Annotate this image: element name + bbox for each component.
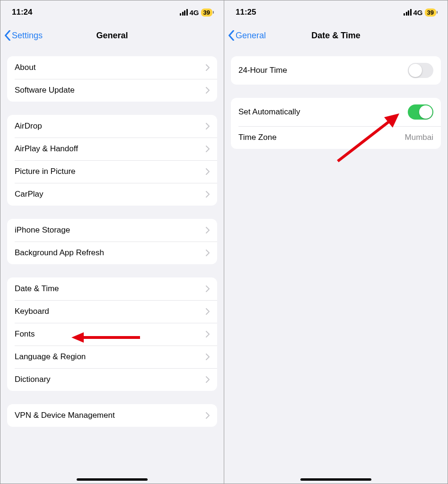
row-label: Dictionary	[15, 375, 51, 384]
row-label: AirPlay & Handoff	[15, 144, 78, 154]
row-about[interactable]: About	[7, 56, 217, 79]
status-right: 4G 39	[404, 9, 436, 17]
nav-header: Settings General	[0, 24, 224, 47]
row-label: Time Zone	[238, 133, 277, 142]
row-label: Background App Refresh	[15, 248, 104, 258]
signal-icon	[180, 9, 188, 16]
row-pip[interactable]: Picture in Picture	[7, 160, 217, 183]
home-indicator[interactable]	[77, 478, 148, 481]
status-time: 11:25	[236, 8, 256, 17]
row-fonts[interactable]: Fonts	[7, 323, 217, 346]
network-label: 4G	[413, 9, 423, 17]
chevron-right-icon	[206, 123, 210, 130]
chevron-right-icon	[206, 331, 210, 337]
row-label: 24-Hour Time	[238, 66, 287, 75]
battery-icon: 39	[425, 9, 436, 17]
status-bar: 11:24 4G 39	[0, 0, 224, 24]
toggle-24hour[interactable]	[408, 63, 433, 78]
row-label: iPhone Storage	[15, 225, 70, 235]
status-time: 11:24	[12, 8, 32, 17]
toggle-knob	[419, 105, 432, 119]
status-right: 4G 39	[180, 9, 212, 17]
status-bar: 11:25 4G 39	[224, 0, 448, 24]
chevron-left-icon	[4, 30, 11, 41]
row-storage[interactable]: iPhone Storage	[7, 219, 217, 242]
row-vpn[interactable]: VPN & Device Management	[7, 404, 217, 427]
toggle-set-auto[interactable]	[408, 104, 433, 120]
row-label: VPN & Device Management	[15, 411, 115, 420]
signal-icon	[404, 9, 412, 16]
chevron-right-icon	[206, 308, 210, 315]
chevron-right-icon	[206, 412, 210, 419]
datetime-content: 24-Hour Time Set Automatically Time Zone…	[224, 47, 448, 484]
chevron-left-icon	[228, 30, 235, 41]
row-label: Set Automatically	[238, 107, 300, 117]
back-label: Settings	[12, 31, 43, 41]
row-value: Mumbai	[405, 133, 433, 142]
row-airplay[interactable]: AirPlay & Handoff	[7, 138, 217, 160]
row-set-auto: Set Automatically	[231, 98, 441, 126]
chevron-right-icon	[206, 376, 210, 383]
row-keyboard[interactable]: Keyboard	[7, 300, 217, 323]
chevron-right-icon	[206, 191, 210, 198]
row-timezone[interactable]: Time Zone Mumbai	[231, 126, 441, 149]
row-label: About	[15, 63, 35, 72]
phone-right: 11:25 4G 39 General Date & Time 24-Hour …	[224, 0, 448, 484]
row-label: Picture in Picture	[15, 167, 76, 176]
group-4: VPN & Device Management	[7, 404, 217, 427]
row-lang-region[interactable]: Language & Region	[7, 346, 217, 368]
group-2: iPhone Storage Background App Refresh	[7, 219, 217, 264]
row-date-time[interactable]: Date & Time	[7, 277, 217, 300]
phone-left: 11:24 4G 39 Settings General About Softw…	[0, 0, 224, 484]
chevron-right-icon	[206, 168, 210, 175]
row-carplay[interactable]: CarPlay	[7, 183, 217, 206]
back-button[interactable]: Settings	[4, 30, 43, 41]
row-label: Keyboard	[15, 307, 49, 316]
chevron-right-icon	[206, 285, 210, 292]
back-label: General	[236, 31, 266, 41]
row-label: CarPlay	[15, 190, 43, 199]
row-24hour: 24-Hour Time	[231, 56, 441, 85]
row-label: Language & Region	[15, 352, 86, 362]
battery-icon: 39	[201, 9, 212, 17]
back-button[interactable]: General	[228, 30, 266, 41]
row-airdrop[interactable]: AirDrop	[7, 115, 217, 138]
home-indicator[interactable]	[300, 478, 371, 481]
group-1: AirDrop AirPlay & Handoff Picture in Pic…	[7, 115, 217, 206]
chevron-right-icon	[206, 250, 210, 256]
row-label: AirDrop	[15, 121, 42, 131]
chevron-right-icon	[206, 64, 210, 71]
row-label: Software Update	[15, 86, 75, 95]
row-label: Date & Time	[15, 284, 59, 294]
group-24h: 24-Hour Time	[231, 56, 441, 85]
row-label: Fonts	[15, 329, 35, 339]
toggle-knob	[409, 64, 422, 77]
group-auto: Set Automatically Time Zone Mumbai	[231, 98, 441, 149]
nav-header: General Date & Time	[224, 24, 448, 47]
row-software-update[interactable]: Software Update	[7, 79, 217, 102]
chevron-right-icon	[206, 354, 210, 360]
chevron-right-icon	[206, 227, 210, 233]
chevron-right-icon	[206, 87, 210, 94]
group-0: About Software Update	[7, 56, 217, 102]
settings-content[interactable]: About Software Update AirDrop AirPlay & …	[0, 47, 224, 484]
network-label: 4G	[190, 9, 199, 17]
chevron-right-icon	[206, 146, 210, 152]
group-3: Date & Time Keyboard Fonts Language & Re…	[7, 277, 217, 391]
row-bg-refresh[interactable]: Background App Refresh	[7, 242, 217, 264]
row-dictionary[interactable]: Dictionary	[7, 368, 217, 391]
